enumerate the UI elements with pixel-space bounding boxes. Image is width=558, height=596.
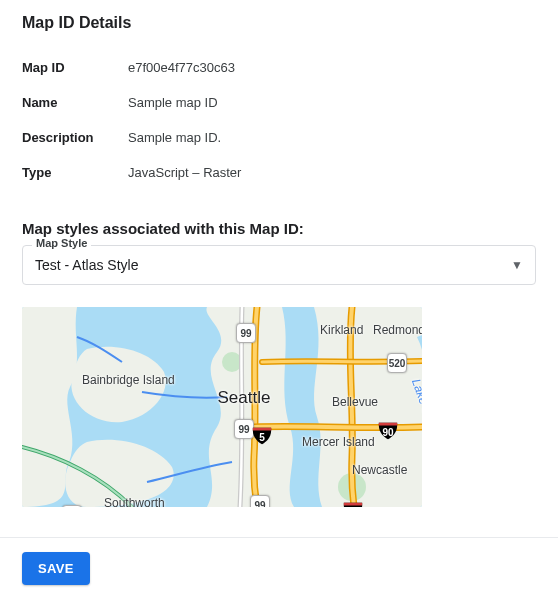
- detail-key: Map ID: [22, 50, 128, 85]
- map-city-label: Southworth: [104, 496, 165, 507]
- table-row: Name Sample map ID: [22, 85, 536, 120]
- detail-value: e7f00e4f77c30c63: [128, 50, 536, 85]
- detail-value: JavaScript – Raster: [128, 155, 536, 190]
- table-row: Type JavaScript – Raster: [22, 155, 536, 190]
- interstate-shield: 5: [251, 424, 273, 446]
- state-route-shield: 99: [236, 323, 256, 343]
- state-route-shield: 99: [250, 495, 270, 507]
- interstate-shield: 405: [342, 499, 364, 507]
- detail-key: Name: [22, 85, 128, 120]
- page-title: Map ID Details: [22, 14, 536, 32]
- detail-value: Sample map ID: [128, 85, 536, 120]
- chevron-down-icon: ▼: [511, 258, 523, 272]
- map-city-label: Bainbridge Island: [82, 373, 175, 387]
- detail-key: Description: [22, 120, 128, 155]
- table-row: Description Sample map ID.: [22, 120, 536, 155]
- map-city-label: Bellevue: [332, 395, 378, 409]
- map-city-label: Mercer Island: [302, 435, 375, 449]
- map-style-label: Map Style: [32, 237, 91, 249]
- interstate-shield: 90: [377, 419, 399, 441]
- map-style-select[interactable]: Test - Atlas Style ▼: [22, 245, 536, 285]
- details-table: Map ID e7f00e4f77c30c63 Name Sample map …: [22, 50, 536, 190]
- map-city-label: Seattle: [218, 388, 271, 408]
- map-style-selected-value: Test - Atlas Style: [35, 257, 138, 273]
- save-button[interactable]: SAVE: [22, 552, 90, 585]
- table-row: Map ID e7f00e4f77c30c63: [22, 50, 536, 85]
- map-city-label: Newcastle: [352, 463, 407, 477]
- map-preview: KirklandRedmondBainbridge IslandSeattleB…: [22, 307, 422, 507]
- map-city-label: Kirkland: [320, 323, 363, 337]
- detail-key: Type: [22, 155, 128, 190]
- state-route-shield: 160: [62, 505, 82, 507]
- styles-section-title: Map styles associated with this Map ID:: [22, 220, 536, 237]
- state-route-shield: 520: [387, 353, 407, 373]
- map-city-label: Redmond: [373, 323, 422, 337]
- detail-value: Sample map ID.: [128, 120, 536, 155]
